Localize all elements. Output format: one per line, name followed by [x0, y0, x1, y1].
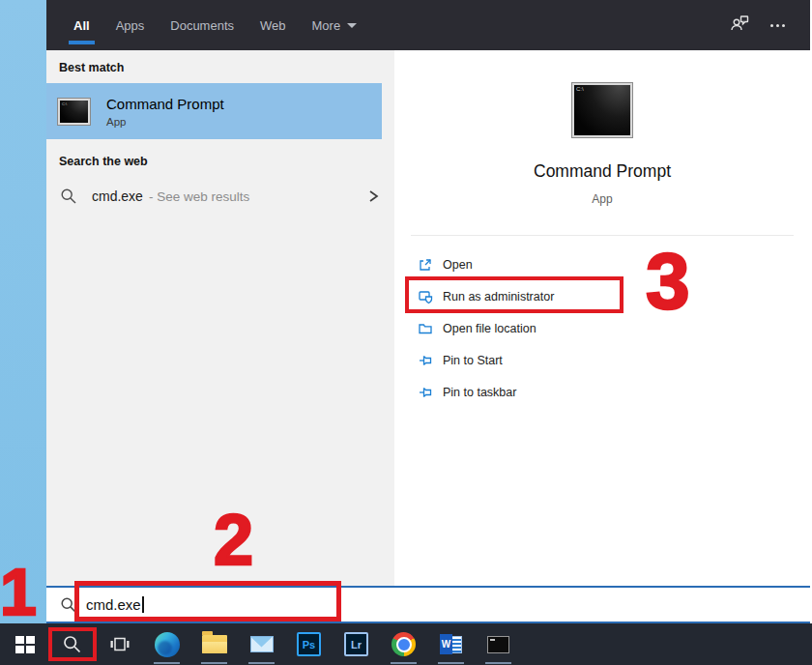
preview-actions: Open Run as administrator Open file [394, 236, 810, 408]
tab-more[interactable]: More [312, 0, 358, 50]
start-button[interactable] [1, 623, 48, 665]
edge-icon [155, 632, 180, 657]
taskbar-item-word[interactable]: W [427, 623, 475, 665]
pin-icon [418, 385, 433, 400]
pin-icon [418, 353, 433, 368]
tab-documents[interactable]: Documents [170, 0, 234, 50]
action-pin-to-start[interactable]: Pin to Start [418, 344, 810, 376]
tab-documents-label: Documents [170, 18, 234, 33]
search-results-body: Best match Command Prompt App Search the… [46, 50, 810, 586]
action-open-file-location[interactable]: Open file location [418, 312, 810, 344]
best-match-section-label: Best match [59, 61, 394, 74]
taskbar-item-lightroom[interactable]: Lr [333, 623, 380, 665]
taskbar-item-mail[interactable] [238, 623, 285, 665]
tab-apps[interactable]: Apps [116, 0, 145, 50]
mail-icon [250, 636, 274, 652]
preview-title: Command Prompt [534, 161, 671, 182]
best-match-result[interactable]: Command Prompt App [46, 83, 382, 139]
taskbar-item-chrome[interactable] [380, 623, 427, 665]
web-search-section-label: Search the web [59, 155, 394, 168]
search-input-value: cmd.exe [86, 596, 141, 613]
web-search-suffix: - See web results [149, 189, 249, 204]
text-cursor [142, 596, 144, 613]
best-match-subtitle: App [106, 116, 224, 128]
taskbar-item-command-prompt[interactable] [475, 623, 522, 665]
search-tabs-bar: All Apps Documents Web More [46, 0, 810, 50]
tab-apps-label: Apps [116, 18, 145, 33]
taskbar-item-edge[interactable] [143, 623, 190, 665]
file-explorer-icon [202, 635, 227, 653]
action-run-as-administrator-label: Run as administrator [443, 290, 554, 304]
web-search-query: cmd.exe [92, 188, 143, 204]
tab-all[interactable]: All [73, 0, 90, 50]
chevron-down-icon [347, 23, 357, 28]
taskbar-item-photoshop[interactable]: Ps [285, 623, 333, 665]
best-match-title: Command Prompt [106, 96, 224, 112]
search-bar[interactable]: cmd.exe [46, 586, 810, 623]
action-pin-to-taskbar[interactable]: Pin to taskbar [418, 376, 810, 408]
command-prompt-icon-large [572, 83, 632, 137]
word-icon: W [440, 634, 462, 654]
action-run-as-administrator[interactable]: Run as administrator [418, 280, 810, 312]
search-icon [60, 596, 77, 614]
action-pin-to-taskbar-label: Pin to taskbar [443, 386, 516, 399]
results-panel: Best match Command Prompt App Search the… [46, 50, 394, 586]
tab-web[interactable]: Web [260, 0, 286, 50]
chrome-icon [392, 632, 416, 656]
photoshop-icon: Ps [297, 632, 321, 656]
action-open-file-location-label: Open file location [443, 322, 536, 335]
search-icon [60, 188, 77, 205]
topbar-actions [729, 0, 810, 50]
windows-logo-icon [15, 636, 35, 653]
command-prompt-icon [58, 99, 90, 125]
open-icon [418, 257, 433, 273]
more-options-icon[interactable] [770, 24, 785, 27]
taskbar-item-file-explorer[interactable] [190, 623, 238, 665]
tab-all-label: All [73, 18, 90, 33]
task-view-button[interactable] [96, 623, 143, 665]
tab-more-label: More [312, 18, 341, 33]
tab-web-label: Web [260, 18, 286, 33]
action-pin-to-start-label: Pin to Start [443, 354, 503, 367]
account-icon[interactable] [729, 14, 750, 37]
best-match-text: Command Prompt App [106, 96, 224, 128]
web-search-result[interactable]: cmd.exe - See web results [46, 177, 394, 216]
search-icon [62, 634, 82, 654]
preview-panel: Command Prompt App Open [394, 50, 810, 586]
command-prompt-icon [487, 636, 509, 653]
preview-subtitle: App [592, 192, 612, 206]
desktop-background [0, 0, 46, 623]
action-open-label: Open [443, 258, 473, 272]
chevron-right-icon[interactable] [366, 188, 380, 204]
screen: All Apps Documents Web More [0, 0, 812, 665]
search-input[interactable]: cmd.exe [77, 596, 144, 613]
taskbar-search-button[interactable] [48, 623, 96, 665]
folder-icon [418, 321, 433, 336]
lightroom-icon: Lr [344, 632, 368, 656]
taskbar: Ps Lr W [0, 623, 812, 665]
search-filter-tabs: All Apps Documents Web More [46, 0, 357, 50]
search-flyout: All Apps Documents Web More [46, 0, 810, 623]
run-as-administrator-icon [418, 289, 433, 304]
action-open[interactable]: Open [418, 248, 810, 280]
task-view-icon [108, 634, 130, 654]
